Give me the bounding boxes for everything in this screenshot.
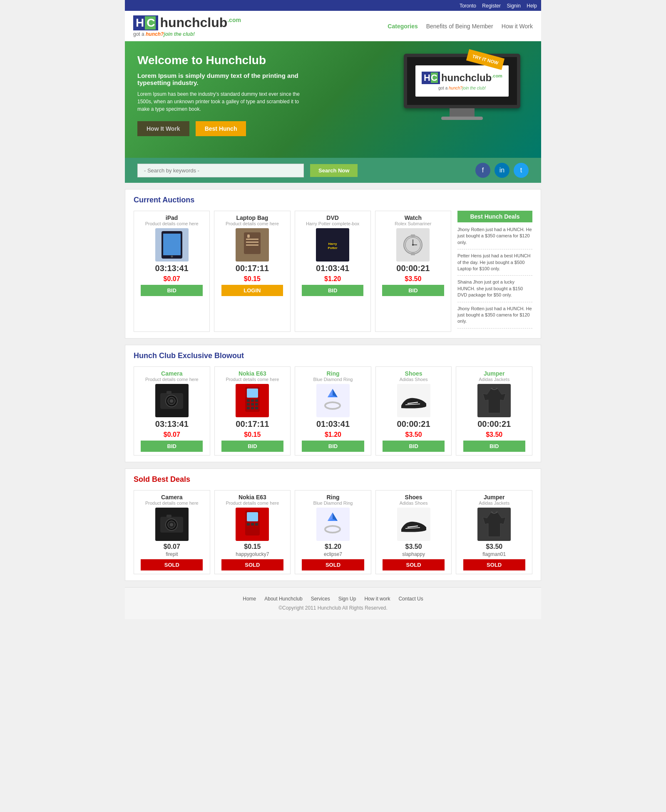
facebook-icon[interactable]: f bbox=[475, 163, 490, 178]
sold-ring-title: Ring bbox=[298, 494, 368, 501]
blowout-title: Hunch Club Exclusive Blowout bbox=[134, 351, 532, 360]
linkedin-icon[interactable]: in bbox=[495, 163, 509, 178]
auction-item-ipad: iPad Product details come here 03:13:41 … bbox=[134, 211, 210, 332]
hero-buttons: How It Work Best Hunch bbox=[137, 121, 312, 136]
auction-item-watch: Watch Rolex Submariner 00:00:21 $3.50 BI… bbox=[375, 211, 451, 332]
logo-h: H bbox=[136, 16, 145, 30]
nav-how-it-work[interactable]: How it Work bbox=[502, 23, 533, 30]
nav-benefits[interactable]: Benefits of Being Member bbox=[426, 23, 493, 30]
search-input[interactable] bbox=[137, 164, 304, 177]
topbar-register[interactable]: Register bbox=[482, 3, 501, 9]
auction-watch-timer: 00:00:21 bbox=[379, 264, 447, 273]
monitor-base bbox=[441, 117, 483, 120]
blowout-shoes-timer: 00:00:21 bbox=[379, 419, 448, 429]
monitor-hc: HC bbox=[422, 72, 440, 84]
blowout-shoes-desc: Adidas Shoes bbox=[379, 377, 448, 382]
sold-ring-button[interactable]: SOLD bbox=[302, 559, 364, 570]
blowout-grid: Camera Product details come here 03:13:4… bbox=[134, 366, 532, 456]
footer-services[interactable]: Services bbox=[311, 596, 330, 602]
blowout-nokia-price: $0.15 bbox=[218, 431, 287, 438]
footer-signup[interactable]: Sign Up bbox=[338, 596, 356, 602]
topbar-signin[interactable]: Signin bbox=[507, 3, 521, 9]
blowout-camera-img bbox=[155, 384, 189, 417]
sold-jumper-button[interactable]: SOLD bbox=[463, 559, 525, 570]
logo-box: H C hunchclub.com bbox=[133, 15, 241, 30]
svg-rect-24 bbox=[247, 389, 258, 398]
monitor-stand bbox=[450, 108, 475, 117]
twitter-icon[interactable]: t bbox=[514, 163, 529, 178]
top-bar: Toronto Register Signin Help bbox=[125, 0, 541, 11]
auction-ipad-bid-button[interactable]: BID bbox=[141, 285, 203, 296]
monitor-com: .com bbox=[492, 73, 502, 78]
best-hunch-sidebar: Best Hunch Deals Jhony Rotten just had a… bbox=[457, 211, 532, 332]
topbar-help[interactable]: Help bbox=[527, 3, 537, 9]
hero-content: Welcome to Hunchclub Lorem Ipsum is simp… bbox=[137, 54, 312, 144]
best-hunch-button[interactable]: Best Hunch bbox=[196, 121, 246, 136]
how-it-work-button[interactable]: How It Work bbox=[137, 121, 189, 136]
blowout-jumper-desc: Adidas Jackets bbox=[460, 377, 529, 382]
blowout-shoes-bid-button[interactable]: BID bbox=[383, 441, 445, 452]
tagline-hunch: hunch? bbox=[146, 31, 164, 37]
hero-monitor: TRY IT NOW HC hunchclub.com got a hunch?… bbox=[395, 54, 529, 120]
svg-text:Potter: Potter bbox=[328, 246, 337, 250]
auction-laptop-desc: Product details come here bbox=[218, 221, 286, 226]
auction-watch-bid-button[interactable]: BID bbox=[382, 285, 444, 296]
blowout-item-camera: Camera Product details come here 03:13:4… bbox=[134, 366, 210, 456]
auction-laptop-title: Laptop Bag bbox=[218, 214, 286, 221]
sold-grid: Camera Product details come here $0.07 f… bbox=[134, 490, 532, 574]
search-area: Search Now f in t bbox=[125, 158, 541, 183]
hunch-deal-1: Jhony Rotten just had a HUNCH. He just b… bbox=[457, 227, 532, 249]
auction-laptop-img bbox=[236, 228, 269, 262]
blowout-jumper-bid-button[interactable]: BID bbox=[463, 441, 525, 452]
nav-categories[interactable]: Categories bbox=[388, 23, 417, 30]
current-auctions-title: Current Auctions bbox=[134, 196, 532, 204]
svg-rect-5 bbox=[246, 242, 258, 243]
topbar-toronto[interactable]: Toronto bbox=[460, 3, 476, 9]
sold-camera-button[interactable]: SOLD bbox=[141, 559, 203, 570]
blowout-camera-price: $0.07 bbox=[137, 431, 206, 438]
auction-dvd-bid-button[interactable]: BID bbox=[302, 285, 364, 296]
sold-nokia-price: $0.15 bbox=[218, 543, 287, 550]
svg-point-2 bbox=[171, 256, 173, 258]
main-nav: Categories Benefits of Being Member How … bbox=[388, 23, 533, 30]
blowout-ring-bid-button[interactable]: BID bbox=[302, 441, 364, 452]
auctions-grid: iPad Product details come here 03:13:41 … bbox=[134, 211, 451, 332]
blowout-nokia-bid-button[interactable]: BID bbox=[221, 441, 283, 452]
auction-item-dvd: DVD Harry Potter complete-box HarryPotte… bbox=[295, 211, 371, 332]
sold-shoes-title: Shoes bbox=[379, 494, 448, 501]
footer-contact[interactable]: Contact Us bbox=[398, 596, 423, 602]
sold-item-camera: Camera Product details come here $0.07 f… bbox=[134, 490, 210, 574]
logo-name: hunchclub.com bbox=[160, 15, 241, 30]
footer-home[interactable]: Home bbox=[243, 596, 256, 602]
logo-area: H C hunchclub.com got a hunch?join the c… bbox=[133, 15, 241, 37]
blowout-camera-bid-button[interactable]: BID bbox=[141, 441, 203, 452]
hero-title: Welcome to Hunchclub bbox=[137, 54, 312, 67]
svg-rect-26 bbox=[251, 399, 254, 402]
sold-ring-price: $1.20 bbox=[298, 543, 368, 550]
blowout-jumper-img bbox=[477, 384, 511, 417]
auction-watch-title: Watch bbox=[379, 214, 447, 221]
sold-camera-price: $0.07 bbox=[137, 543, 206, 550]
sold-nokia-button[interactable]: SOLD bbox=[221, 559, 283, 570]
footer-how-it-work[interactable]: How it work bbox=[364, 596, 390, 602]
footer-about[interactable]: About Hunchclub bbox=[264, 596, 302, 602]
auction-laptop-login-button[interactable]: LOGIN bbox=[221, 285, 283, 296]
logo-com: .com bbox=[227, 17, 241, 23]
svg-rect-46 bbox=[251, 523, 254, 526]
blowout-ring-timer: 01:03:41 bbox=[298, 419, 368, 429]
svg-rect-33 bbox=[255, 407, 258, 409]
sold-shoes-price: $3.50 bbox=[379, 543, 448, 550]
monitor-hunch: hunch? bbox=[449, 86, 462, 90]
search-button[interactable]: Search Now bbox=[310, 164, 358, 177]
blowout-nokia-title: Nokia E63 bbox=[218, 370, 287, 377]
blowout-section: Hunch Club Exclusive Blowout Camera Prod… bbox=[125, 345, 541, 462]
sold-nokia-img bbox=[236, 508, 269, 541]
svg-rect-1 bbox=[163, 234, 181, 255]
sold-shoes-button[interactable]: SOLD bbox=[383, 559, 445, 570]
svg-rect-31 bbox=[247, 407, 250, 409]
sold-camera-user: firepit bbox=[137, 551, 206, 557]
blowout-jumper-timer: 00:00:21 bbox=[460, 419, 529, 429]
blowout-item-shoes: Shoes Adidas Shoes 00:00:21 $3.50 BID bbox=[375, 366, 452, 456]
blowout-nokia-desc: Product details come here bbox=[218, 377, 287, 382]
auction-laptop-price: $0.15 bbox=[218, 275, 286, 283]
